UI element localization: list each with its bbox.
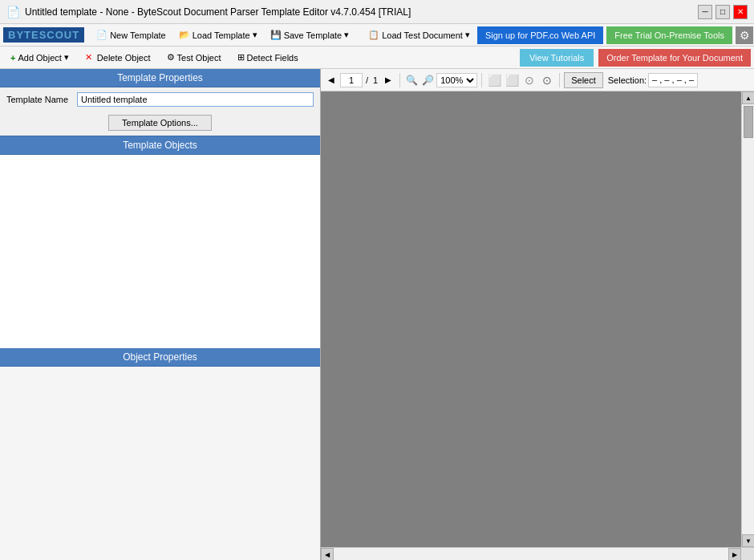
zoom-out-button[interactable]: 🔍	[404, 73, 419, 87]
delete-object-button[interactable]: ✕ Delete Object	[78, 49, 158, 67]
right-panel-body: ▲ ▼	[321, 91, 754, 547]
add-object-dropdown-icon: ▾	[64, 52, 69, 63]
add-object-button[interactable]: + Add Object ▾	[3, 49, 76, 67]
template-properties-section: Template Properties Template Name Templa…	[0, 69, 320, 136]
selection-label: Selection:	[608, 75, 647, 85]
detect-icon: ⊞	[237, 52, 245, 63]
template-options-row: Template Options...	[0, 112, 320, 136]
test-object-button[interactable]: ⚙ Test Object	[160, 49, 229, 67]
main-content: Template Properties Template Name Templa…	[0, 69, 754, 560]
left-panel: Template Properties Template Name Templa…	[0, 69, 321, 560]
pdf-toolbar: ◀ / 1 ▶ 🔍 🔍 100% 75% 150% 200% ⬜ ⬜ ⊙ ⊙	[321, 69, 754, 91]
detect-fields-button[interactable]: ⊞ Detect Fields	[230, 49, 306, 67]
toolbar2: + Add Object ▾ ✕ Delete Object ⚙ Test Ob…	[0, 47, 754, 69]
save-template-button[interactable]: 💾 Save Template ▾	[265, 26, 355, 44]
scroll-corner	[741, 548, 754, 560]
minimize-button[interactable]: ─	[698, 5, 712, 19]
toolbar-right: Sign up for PDF.co Web API Free Trial On…	[477, 26, 753, 44]
select-button[interactable]: Select	[564, 72, 603, 88]
dropdown-arrow-icon: ▾	[253, 30, 257, 40]
page-number-input[interactable]	[340, 73, 363, 87]
template-objects-header: Template Objects	[0, 136, 320, 155]
scroll-left-button[interactable]: ◀	[321, 548, 334, 560]
scroll-up-button[interactable]: ▲	[742, 91, 754, 104]
gear-button[interactable]: ⚙	[736, 26, 753, 44]
object-properties-header: Object Properties	[0, 348, 320, 367]
order-template-button[interactable]: Order Template for Your Document	[598, 49, 751, 67]
zoom-in-button[interactable]: 🔍	[420, 73, 435, 87]
load-doc-dropdown-arrow-icon: ▾	[465, 30, 470, 40]
free-trial-button[interactable]: Free Trial On-Premise Tools	[606, 26, 732, 44]
template-properties-header: Template Properties	[0, 69, 320, 87]
close-button[interactable]: ✕	[733, 5, 748, 19]
vertical-scrollbar[interactable]: ▲ ▼	[741, 91, 754, 547]
maximize-button[interactable]: □	[715, 5, 730, 19]
add-icon: +	[10, 53, 15, 63]
object-properties-section: Object Properties	[0, 348, 320, 560]
save-dropdown-arrow-icon: ▾	[344, 30, 349, 40]
window-controls: ─ □ ✕	[698, 5, 748, 19]
scroll-thumb[interactable]	[744, 106, 753, 138]
pdf-tool1-button[interactable]: ⬜	[486, 72, 502, 88]
pdf-tool3-button[interactable]: ⊙	[521, 72, 537, 88]
pdf-sep2	[481, 73, 482, 87]
page-separator: /	[364, 75, 370, 85]
new-template-button[interactable]: 📄 New Template	[91, 26, 172, 44]
load-doc-icon: 📋	[368, 30, 379, 40]
template-name-row: Template Name	[0, 87, 320, 112]
scroll-right-button[interactable]: ▶	[728, 548, 741, 560]
next-page-button[interactable]: ▶	[381, 73, 395, 87]
template-options-button[interactable]: Template Options...	[108, 115, 212, 131]
zoom-select[interactable]: 100% 75% 150% 200%	[436, 73, 477, 87]
logo-scout: SCOUT	[39, 29, 80, 41]
h-scroll-track	[334, 548, 728, 560]
object-properties-body	[0, 367, 320, 560]
prev-page-button[interactable]: ◀	[324, 73, 338, 87]
scroll-down-button[interactable]: ▼	[742, 534, 754, 547]
logo: BYTESCOUT	[3, 27, 84, 43]
save-template-icon: 💾	[270, 30, 282, 40]
pdf-tool2-button[interactable]: ⬜	[504, 72, 520, 88]
template-objects-section: Template Objects	[0, 136, 320, 348]
menu-bar: BYTESCOUT 📄 New Template 📂 Load Template…	[0, 24, 754, 47]
new-template-icon: 📄	[96, 30, 107, 40]
template-name-input[interactable]	[77, 92, 314, 107]
right-panel: ◀ / 1 ▶ 🔍 🔍 100% 75% 150% 200% ⬜ ⬜ ⊙ ⊙	[321, 69, 754, 560]
total-pages: 1	[371, 75, 379, 85]
template-objects-body	[0, 155, 320, 348]
load-template-icon: 📂	[179, 30, 190, 40]
title-bar: 📄 Untitled template - None - ByteScout D…	[0, 0, 754, 24]
logo-byte: BYTE	[8, 29, 39, 41]
pdf-sep3	[559, 73, 560, 87]
signup-button[interactable]: Sign up for PDF.co Web API	[477, 26, 603, 44]
app-icon: 📄	[6, 6, 20, 18]
horizontal-scrollbar[interactable]: ◀ ▶	[321, 547, 754, 560]
pdf-area	[321, 91, 741, 547]
test-icon: ⚙	[167, 52, 175, 63]
view-tutorials-button[interactable]: View Tutorials	[520, 49, 594, 67]
template-name-label: Template Name	[6, 95, 71, 104]
load-test-doc-button[interactable]: 📋 Load Test Document ▾	[363, 26, 476, 44]
title-text: Untitled template - None - ByteScout Doc…	[25, 6, 698, 18]
delete-icon: ✕	[85, 52, 92, 63]
load-template-button[interactable]: 📂 Load Template ▾	[173, 26, 263, 44]
pdf-sep1	[399, 73, 400, 87]
pdf-tool4-button[interactable]: ⊙	[539, 72, 555, 88]
right-panel-inner: ◀ / 1 ▶ 🔍 🔍 100% 75% 150% 200% ⬜ ⬜ ⊙ ⊙	[321, 69, 754, 560]
scroll-track	[742, 104, 754, 534]
toolbar2-right: View Tutorials Order Template for Your D…	[520, 49, 751, 67]
selection-value: – , – , – , –	[648, 73, 698, 87]
